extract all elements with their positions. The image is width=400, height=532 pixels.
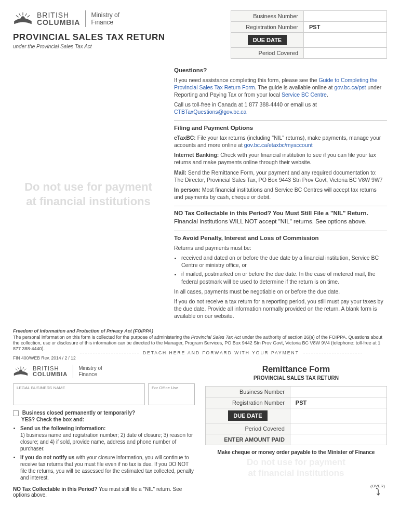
business-number-value[interactable] xyxy=(304,11,387,22)
remit-title: Remittance Form xyxy=(205,365,387,374)
remit-period-label: Period Covered xyxy=(206,423,290,434)
logo-line1: BRITISH xyxy=(37,11,80,19)
penalty-p1: In all cases, payments must be negotiabl… xyxy=(174,288,387,295)
registration-number-label: Registration Number xyxy=(231,22,304,33)
bc-sun-logo-icon xyxy=(13,11,33,26)
etax-link[interactable]: gov.bc.ca/etaxbc/myaccount xyxy=(244,142,313,148)
questions-heading: Questions? xyxy=(174,66,387,75)
svg-line-4 xyxy=(27,15,30,17)
due-date-badge: DUE DATE xyxy=(248,35,287,45)
page-subtitle: under the Provincial Sales Tax Act xyxy=(13,44,165,49)
remit-info-table: Business Number Registration NumberPST D… xyxy=(205,386,387,445)
registration-number-value[interactable]: PST xyxy=(304,22,387,33)
ministry-line1: Ministry of xyxy=(91,11,119,19)
svg-point-11 xyxy=(19,370,22,373)
penalty-bullet2: if mailed, postmarked on or before the d… xyxy=(181,270,387,285)
closure-bullet1: Send us the following information:1) bus… xyxy=(20,425,195,452)
amount-paid-value[interactable] xyxy=(290,434,386,445)
closed-yes: YES? Check the box and: xyxy=(21,417,84,422)
remit-due-date-value[interactable] xyxy=(290,408,386,423)
filing-heading: Filing and Payment Options xyxy=(174,121,387,132)
nil-heading: NO Tax Collectable in this Period? You M… xyxy=(174,206,387,225)
turn-over-arrow-icon: ⤵ xyxy=(370,488,385,496)
remit-registration-value[interactable]: PST xyxy=(290,397,386,408)
service-bc-link[interactable]: Service BC Centre xyxy=(282,91,327,98)
closed-checkbox[interactable] xyxy=(13,410,19,416)
detach-instruction: DETACH HERE AND FORWARD WITH YOUR PAYMEN… xyxy=(140,350,302,355)
penalty-bullet1: received and dated on or before the due … xyxy=(181,254,387,269)
filing-person: In person: Most financial institutions a… xyxy=(174,186,387,201)
questions-p2: Call us toll-free in Canada at 1 877 388… xyxy=(174,101,387,115)
over-indicator: (OVER) ⤵ xyxy=(370,484,385,496)
remit-nil-note: NO Tax Collectable in this Period? You m… xyxy=(13,486,195,498)
period-covered-label: Period Covered xyxy=(231,48,304,59)
period-covered-value[interactable] xyxy=(304,48,387,59)
remit-business-number-label: Business Number xyxy=(206,387,290,397)
office-use-field: For Office Use xyxy=(148,383,195,405)
svg-point-5 xyxy=(21,16,24,20)
amount-paid-label: ENTER AMOUNT PAID xyxy=(206,434,290,445)
legal-business-name-field[interactable]: LEGAL BUSINESS NAME xyxy=(13,383,145,405)
svg-line-1 xyxy=(19,14,21,16)
closed-question: Business closed permanently or temporari… xyxy=(22,410,135,416)
penalty-p2: If you do not receive a tax return for a… xyxy=(174,298,387,320)
payable-note: Make cheque or money order payable to th… xyxy=(205,449,387,455)
questions-p1: If you need assistance completing this f… xyxy=(174,76,387,99)
logo-line2: COLUMBIA xyxy=(37,19,80,26)
closure-bullet2: If you do not notify us with your closur… xyxy=(20,454,195,481)
svg-line-8 xyxy=(23,367,24,369)
watermark-text: Do not use for payment at financial inst… xyxy=(24,180,152,209)
due-date-value[interactable] xyxy=(304,33,387,48)
svg-line-2 xyxy=(25,14,27,16)
penalty-list: received and dated on or before the due … xyxy=(181,254,387,285)
svg-line-9 xyxy=(16,369,18,370)
remit-subtitle: PROVINCIAL SALES TAX RETURN xyxy=(205,375,387,381)
foippa-block: Freedom of Information and Protection of… xyxy=(13,328,387,352)
svg-line-3 xyxy=(16,15,19,17)
svg-line-7 xyxy=(18,367,19,369)
form-id: FIN 400/WEB Rev. 2014 / 2 / 12 xyxy=(13,355,76,361)
remit-period-value[interactable] xyxy=(290,423,386,434)
filing-mail: Mail: Send the Remittance Form, your pay… xyxy=(174,169,387,183)
penalty-intro: Returns and payments must be: xyxy=(174,244,387,251)
bc-logo-block: BRITISH COLUMBIA Ministry of Finance xyxy=(13,10,165,27)
foippa-title: Freedom of Information and Protection of… xyxy=(13,328,387,334)
header-info-table: Business Number Registration NumberPST D… xyxy=(231,10,387,59)
page-title: PROVINCIAL SALES TAX RETURN xyxy=(13,32,165,43)
svg-line-10 xyxy=(24,369,26,370)
email-link[interactable]: CTBTaxQuestions@gov.bc.ca xyxy=(174,109,246,115)
business-number-label: Business Number xyxy=(231,11,304,22)
remit-logo-block: BRITISH COLUMBIA Ministry of Finance xyxy=(13,365,195,378)
remit-watermark: Do not use for payment at financial inst… xyxy=(205,457,387,478)
pst-link[interactable]: gov.bc.ca/pst xyxy=(334,84,366,90)
penalty-heading: To Avoid Penalty, Interest and Loss of C… xyxy=(174,231,387,243)
remit-registration-label: Registration Number xyxy=(206,397,290,408)
bc-sun-logo-icon xyxy=(13,366,29,377)
filing-etax: eTaxBC: File your tax returns (including… xyxy=(174,134,387,149)
ministry-line2: Finance xyxy=(91,19,119,26)
remit-due-date-badge: DUE DATE xyxy=(228,410,267,421)
remit-business-number-value[interactable] xyxy=(290,387,386,397)
filing-banking: Internet Banking: Check with your financ… xyxy=(174,151,387,166)
